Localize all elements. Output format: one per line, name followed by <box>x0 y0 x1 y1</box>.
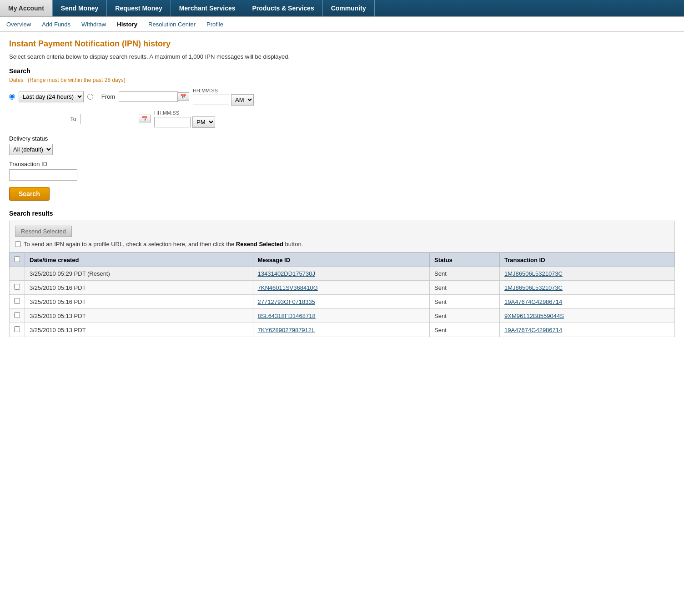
row-datetime: 3/25/2010 05:13 PDT <box>25 309 253 323</box>
from-calendar-button[interactable]: 📅 <box>177 92 189 101</box>
table-row: 3/25/2010 05:13 PDT8SL64318FD1468718Sent… <box>10 309 675 323</box>
row-checkbox-cell <box>10 267 25 281</box>
sub-nav-item-history[interactable]: History <box>115 20 139 29</box>
transaction-id-link-2[interactable]: 19A47674G42986714 <box>504 298 562 305</box>
row-message-id: 7KN46011SV368410G <box>253 281 430 295</box>
from-label: From <box>97 93 115 100</box>
page-description: Select search criteria below to display … <box>9 53 675 60</box>
top-nav-item-merchant-services[interactable]: Merchant Services <box>171 0 244 16</box>
to-time-group: HH:MM:SS 11:59:59 AM PM <box>154 110 215 128</box>
delivery-status-select[interactable]: All (default)SentFailed <box>9 144 53 155</box>
transaction-id-label: Transaction ID <box>9 161 675 167</box>
row-transaction-id: 1MJ86506L5321073C <box>500 281 675 295</box>
row-checkbox-cell <box>10 323 25 337</box>
from-time-label: HH:MM:SS <box>193 88 254 93</box>
sub-nav-item-withdraw[interactable]: Withdraw <box>80 20 108 29</box>
from-time-input[interactable]: 00:00:00 <box>193 95 229 105</box>
sub-nav: OverviewAdd FundsWithdrawHistoryResoluti… <box>0 17 684 32</box>
search-section-title: Search <box>9 67 675 75</box>
row-datetime: 3/25/2010 05:16 PDT <box>25 295 253 309</box>
message-id-link-2[interactable]: 27712793GF0718335 <box>258 298 316 305</box>
transaction-id-link-1[interactable]: 1MJ86506L5321073C <box>504 284 563 291</box>
top-nav: My AccountSend MoneyRequest MoneyMerchan… <box>0 0 684 17</box>
message-id-link-0[interactable]: 13431402DD175730J <box>258 270 316 277</box>
transaction-id-section: Transaction ID <box>9 161 675 181</box>
resend-note-checkbox[interactable] <box>15 241 21 247</box>
to-label: To <box>58 116 76 122</box>
row-checkbox-1[interactable] <box>14 284 20 290</box>
row-checkbox-cell <box>10 295 25 309</box>
delivery-status-label: Delivery status <box>9 135 675 142</box>
results-section: Search results Resend Selected To send a… <box>9 210 675 337</box>
row-transaction-id: 9XM96112B8559044S <box>500 309 675 323</box>
row-status: Sent <box>430 267 500 281</box>
transaction-id-link-3[interactable]: 9XM96112B8559044S <box>504 313 564 319</box>
row-transaction-id: 19A47674G42986714 <box>500 323 675 337</box>
dates-note: (Range must be within the past 28 days) <box>28 77 126 83</box>
sub-nav-item-resolution-center[interactable]: Resolution Center <box>146 20 197 29</box>
row-status: Sent <box>430 323 500 337</box>
top-nav-item-community[interactable]: Community <box>323 0 375 16</box>
th-datetime: Date/time created <box>25 253 253 267</box>
transaction-id-input[interactable] <box>9 169 77 181</box>
to-date-input[interactable] <box>80 114 139 124</box>
table-row: 3/25/2010 05:29 PDT (Resent)13431402DD17… <box>10 267 675 281</box>
row-checkbox-cell <box>10 281 25 295</box>
page-title: Instant Payment Notification (IPN) histo… <box>9 39 675 49</box>
sub-nav-item-profile[interactable]: Profile <box>205 20 225 29</box>
message-id-link-1[interactable]: 7KN46011SV368410G <box>258 284 318 291</box>
transaction-id-link-4[interactable]: 19A47674G42986714 <box>504 327 562 333</box>
dates-label: Dates (Range must be within the past 28 … <box>9 76 675 83</box>
row-status: Sent <box>430 295 500 309</box>
row-message-id: 13431402DD175730J <box>253 267 430 281</box>
row-message-id: 27712793GF0718335 <box>253 295 430 309</box>
date-preset-row: Last day (24 hours)Last 7 daysLast 28 da… <box>9 88 675 106</box>
table-header-row: Date/time created Message ID Status Tran… <box>10 253 675 267</box>
row-checkbox-4[interactable] <box>14 326 20 332</box>
table-row: 3/25/2010 05:16 PDT7KN46011SV368410GSent… <box>10 281 675 295</box>
select-all-checkbox[interactable] <box>14 256 20 262</box>
row-checkbox-3[interactable] <box>14 312 20 318</box>
to-ampm-select[interactable]: AM PM <box>192 116 215 128</box>
top-nav-item-send-money[interactable]: Send Money <box>53 0 107 16</box>
top-nav-item-my-account[interactable]: My Account <box>0 0 53 16</box>
row-checkbox-2[interactable] <box>14 298 20 304</box>
to-time-input[interactable]: 11:59:59 <box>154 117 191 127</box>
from-date-input[interactable] <box>119 91 178 102</box>
date-preset-select[interactable]: Last day (24 hours)Last 7 daysLast 28 da… <box>19 91 84 102</box>
from-ampm-select[interactable]: AM PM <box>231 94 254 106</box>
row-status: Sent <box>430 309 500 323</box>
resend-note: To send an IPN again to a profile URL, c… <box>15 241 669 247</box>
th-transaction-id: Transaction ID <box>500 253 675 267</box>
top-nav-item-request-money[interactable]: Request Money <box>107 0 171 16</box>
to-time-label: HH:MM:SS <box>154 110 215 116</box>
to-date-row: To 📅 HH:MM:SS 11:59:59 AM PM <box>58 110 675 128</box>
row-datetime: 3/25/2010 05:16 PDT <box>25 281 253 295</box>
transaction-id-link-0[interactable]: 1MJ86506L5321073C <box>504 270 563 277</box>
sub-nav-item-add-funds[interactable]: Add Funds <box>40 20 72 29</box>
th-checkbox <box>10 253 25 267</box>
from-time-group: HH:MM:SS 00:00:00 AM PM <box>193 88 254 106</box>
main-content: Instant Payment Notification (IPN) histo… <box>0 32 684 344</box>
row-message-id: 8SL64318FD1468718 <box>253 309 430 323</box>
sub-nav-item-overview[interactable]: Overview <box>5 20 33 29</box>
row-transaction-id: 1MJ86506L5321073C <box>500 267 675 281</box>
row-message-id: 7KY6289027987912L <box>253 323 430 337</box>
row-datetime: 3/25/2010 05:13 PDT <box>25 323 253 337</box>
row-transaction-id: 19A47674G42986714 <box>500 295 675 309</box>
row-checkbox-cell <box>10 309 25 323</box>
message-id-link-4[interactable]: 7KY6289027987912L <box>258 327 315 333</box>
delivery-status-section: Delivery status All (default)SentFailed <box>9 135 675 155</box>
custom-radio[interactable] <box>87 94 93 100</box>
results-title: Search results <box>9 210 675 217</box>
to-calendar-button[interactable]: 📅 <box>139 115 151 123</box>
resend-note-text: To send an IPN again to a profile URL, c… <box>24 241 303 247</box>
results-box: Resend Selected To send an IPN again to … <box>9 221 675 252</box>
preset-radio[interactable] <box>9 94 15 100</box>
search-button[interactable]: Search <box>9 187 50 201</box>
row-status: Sent <box>430 281 500 295</box>
message-id-link-3[interactable]: 8SL64318FD1468718 <box>258 313 316 319</box>
resend-selected-button[interactable]: Resend Selected <box>15 226 72 237</box>
top-nav-item-products-&-services[interactable]: Products & Services <box>244 0 323 16</box>
table-row: 3/25/2010 05:13 PDT7KY6289027987912LSent… <box>10 323 675 337</box>
